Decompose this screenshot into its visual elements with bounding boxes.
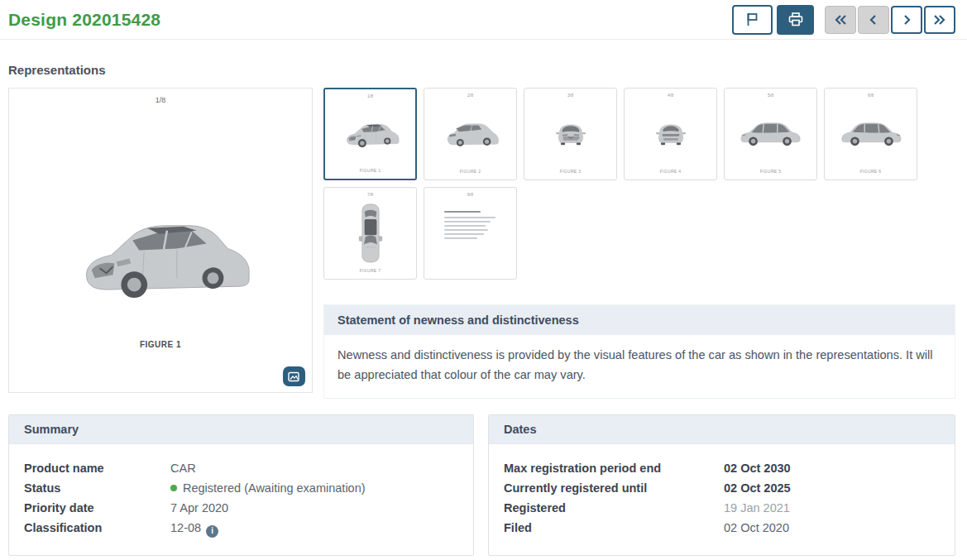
chevron-double-right-icon bbox=[932, 13, 947, 26]
row-label: Registered bbox=[504, 498, 724, 518]
filed-date-value: 02 Oct 2020 bbox=[724, 518, 789, 538]
printer-icon bbox=[788, 12, 803, 26]
summary-panel: Summary Product name CAR Status Register… bbox=[8, 414, 474, 556]
design-detail-page: Design 202015428 bbox=[0, 0, 967, 560]
representations-section: Representations 1/8 FIGURE 1 1/8 bbox=[0, 63, 967, 399]
car-front-view-thumb bbox=[553, 119, 588, 149]
statement-heading: Statement of newness and distinctiveness bbox=[324, 305, 955, 335]
thumbnail-figure-7[interactable]: 7/8 FIGURE 7 bbox=[323, 187, 417, 280]
summary-row-product-name: Product name CAR bbox=[24, 458, 458, 478]
chevron-right-icon bbox=[901, 13, 912, 26]
priority-date-value: 7 Apr 2020 bbox=[170, 498, 228, 518]
thumbnail-grid: 1/8 FIGURE 1 2/8 FIGURE 2 3/8 FIGURE 3 bbox=[323, 88, 955, 280]
statement-panel: Statement of newness and distinctiveness… bbox=[323, 304, 955, 399]
dates-row-filed: Filed 02 Oct 2020 bbox=[504, 518, 940, 538]
car-side-right-thumb bbox=[839, 121, 903, 147]
thumbnail-page-label: 2/8 bbox=[424, 93, 516, 98]
thumbnail-page-label: 5/8 bbox=[725, 93, 816, 98]
summary-row-status: Status Registered (Awaiting examination) bbox=[24, 478, 458, 498]
status-dot-icon bbox=[170, 485, 177, 491]
next-result-button[interactable] bbox=[891, 6, 922, 34]
thumbnail-statement-page[interactable]: 8/8 bbox=[424, 187, 517, 280]
classification-value: 12-08i bbox=[170, 518, 218, 538]
thumbnail-caption: FIGURE 1 bbox=[325, 168, 415, 173]
car-rear-view-thumb bbox=[653, 119, 688, 149]
thumbnail-figure-5[interactable]: 5/8 FIGURE 5 bbox=[724, 88, 817, 180]
header-actions bbox=[732, 5, 955, 35]
thumbnail-caption: FIGURE 7 bbox=[324, 268, 416, 273]
max-registration-end-value: 02 Oct 2030 bbox=[724, 458, 791, 478]
product-name-value: CAR bbox=[170, 458, 196, 478]
statement-page-preview bbox=[444, 211, 495, 242]
car-front-quarter-thumb bbox=[339, 117, 402, 151]
status-value: Registered (Awaiting examination) bbox=[170, 478, 366, 498]
car-front-quarter-image bbox=[62, 203, 259, 309]
thumbnail-figure-1[interactable]: 1/8 FIGURE 1 bbox=[323, 88, 417, 180]
thumbnail-page-label: 1/8 bbox=[325, 93, 415, 98]
flag-icon bbox=[744, 12, 760, 27]
classification-text: 12-08 bbox=[170, 521, 201, 534]
flag-button[interactable] bbox=[732, 5, 773, 35]
statement-text: Newness and distinctiveness is provided … bbox=[324, 335, 955, 398]
image-stack-icon bbox=[288, 371, 300, 382]
registered-until-value: 02 Oct 2025 bbox=[724, 478, 791, 498]
representations-right-column: 1/8 FIGURE 1 2/8 FIGURE 2 3/8 FIGURE 3 bbox=[323, 88, 955, 399]
chevron-left-icon bbox=[868, 13, 879, 26]
dates-row-max-registration: Max registration period end 02 Oct 2030 bbox=[504, 458, 940, 478]
summary-row-priority-date: Priority date 7 Apr 2020 bbox=[24, 498, 458, 518]
thumbnail-figure-4[interactable]: 4/8 FIGURE 4 bbox=[624, 88, 717, 180]
row-label: Filed bbox=[504, 518, 724, 538]
thumbnail-page-label: 7/8 bbox=[324, 192, 416, 197]
thumbnail-caption: FIGURE 4 bbox=[625, 169, 716, 174]
thumbnail-figure-6[interactable]: 6/8 FIGURE 6 bbox=[824, 88, 917, 180]
chevron-double-left-icon bbox=[833, 13, 848, 26]
thumbnail-figure-3[interactable]: 3/8 FIGURE 3 bbox=[524, 88, 617, 180]
thumbnail-figure-2[interactable]: 2/8 FIGURE 2 bbox=[424, 88, 517, 180]
dates-row-registered: Registered 19 Jan 2021 bbox=[504, 498, 940, 518]
summary-heading: Summary bbox=[9, 415, 473, 444]
car-rear-quarter-thumb bbox=[439, 117, 502, 151]
thumbnail-page-label: 8/8 bbox=[424, 192, 516, 197]
thumbnail-page-label: 3/8 bbox=[524, 93, 616, 98]
main-representation-viewer: 1/8 FIGURE 1 bbox=[8, 88, 313, 393]
row-label: Priority date bbox=[24, 498, 170, 518]
dates-panel: Dates Max registration period end 02 Oct… bbox=[488, 414, 955, 556]
result-navigation bbox=[823, 6, 955, 34]
dates-heading: Dates bbox=[489, 415, 955, 444]
row-label: Currently registered until bbox=[504, 478, 724, 498]
last-result-button[interactable] bbox=[924, 6, 955, 34]
thumbnail-caption: FIGURE 6 bbox=[825, 169, 917, 174]
open-gallery-button[interactable] bbox=[283, 366, 305, 386]
first-result-button[interactable] bbox=[825, 6, 856, 34]
thumbnail-page-label: 6/8 bbox=[825, 93, 917, 98]
representations-heading: Representations bbox=[8, 63, 955, 77]
status-text: Registered (Awaiting examination) bbox=[183, 481, 366, 495]
row-label: Status bbox=[24, 478, 170, 498]
figure-caption: FIGURE 1 bbox=[9, 340, 312, 349]
info-circle-icon[interactable]: i bbox=[206, 525, 218, 538]
row-label: Classification bbox=[24, 518, 170, 538]
detail-panels: Summary Product name CAR Status Register… bbox=[0, 414, 967, 556]
thumbnail-caption: FIGURE 2 bbox=[424, 169, 516, 174]
car-side-left-thumb bbox=[739, 121, 803, 147]
print-button[interactable] bbox=[777, 5, 814, 35]
page-header: Design 202015428 bbox=[0, 0, 967, 40]
previous-result-button[interactable] bbox=[858, 6, 889, 34]
car-top-view-thumb bbox=[357, 202, 385, 265]
registered-date-value: 19 Jan 2021 bbox=[724, 498, 790, 518]
figure-counter: 1/8 bbox=[9, 96, 312, 104]
row-label: Product name bbox=[24, 458, 170, 478]
dates-row-registered-until: Currently registered until 02 Oct 2025 bbox=[504, 478, 940, 498]
thumbnail-page-label: 4/8 bbox=[625, 93, 716, 98]
summary-row-classification: Classification 12-08i bbox=[24, 518, 458, 538]
thumbnail-caption: FIGURE 5 bbox=[725, 169, 816, 174]
page-title: Design 202015428 bbox=[8, 10, 160, 30]
thumbnail-caption: FIGURE 3 bbox=[524, 169, 616, 174]
row-label: Max registration period end bbox=[504, 458, 724, 478]
